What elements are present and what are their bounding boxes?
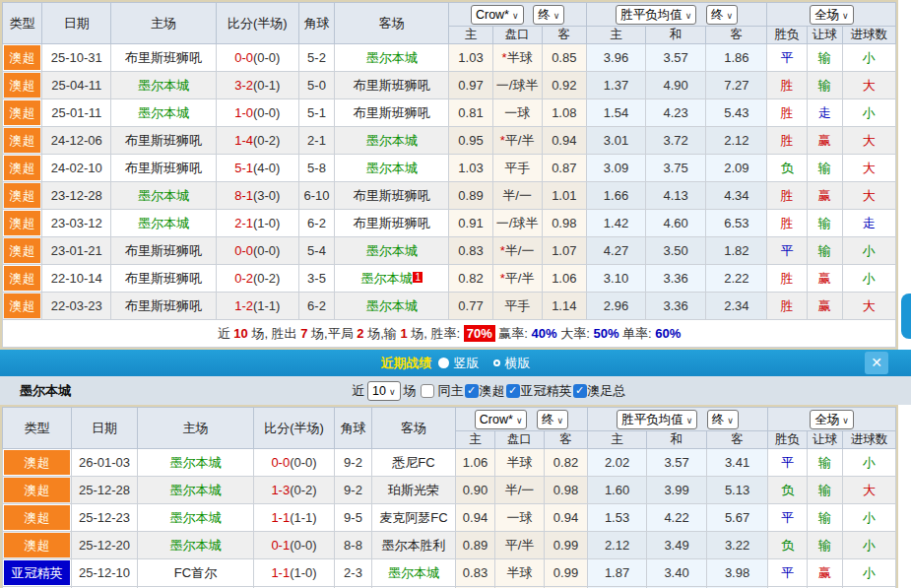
corner-cell: 5-0: [298, 72, 334, 99]
away-odds-cell: 0.94: [542, 127, 586, 155]
avg-home-cell: 2.96: [586, 293, 645, 320]
home-team-cell: 墨尔本城: [111, 210, 216, 237]
corner-cell: 9-5: [335, 504, 372, 532]
avg-away-cell: 3.98: [707, 559, 768, 587]
scope-dropdown[interactable]: 全场∨: [810, 410, 854, 429]
avg-away-cell: 3.41: [707, 449, 768, 477]
corner-cell: 9-2: [335, 449, 372, 477]
final-avg-dropdown[interactable]: 终∨: [706, 5, 738, 25]
away-odds-cell: 1.07: [542, 237, 586, 265]
company-dropdown[interactable]: Crow*∨: [471, 5, 524, 25]
score-cell: 1-1(1-0): [254, 559, 335, 587]
handicap-result-cell: 输: [808, 532, 843, 559]
date-cell: 25-10-31: [42, 44, 111, 72]
same-home-checkbox[interactable]: [421, 384, 434, 398]
away-odds-cell: 0.82: [545, 449, 588, 477]
league-cell: 澳超: [3, 127, 42, 155]
match-row: 澳超24-12-06布里斯班狮吼1-4(0-2)2-1墨尔本城0.95*平/半0…: [3, 127, 896, 155]
ou-result-cell: 小: [842, 44, 895, 72]
avg-draw-cell: 4.22: [647, 504, 707, 532]
avg-home-cell: 1.60: [588, 477, 647, 504]
home-team: 墨尔本城: [138, 105, 189, 120]
avg-draw-cell: 3.36: [646, 265, 706, 293]
handicap-cell: 平/半: [495, 532, 545, 559]
recent-table-header: 类型 日期 主场 比分(半场) 角球 客场 Crow*∨ 终∨ 胜平负均值∨ 终…: [3, 408, 896, 449]
league-cell: 澳超: [3, 477, 72, 504]
handicap-result: 输: [818, 161, 831, 175]
avg-away-cell: 2.34: [706, 293, 767, 320]
score-cell: 0-0(0-0): [254, 449, 335, 477]
halftime-score: (0-2): [253, 271, 280, 286]
chevron-down-icon: ∨: [842, 11, 849, 21]
final-odds-dropdown[interactable]: 终∨: [537, 410, 568, 429]
scrollbar-thumb[interactable]: [901, 294, 911, 339]
wdl-result-cell: 平: [768, 449, 808, 477]
vertical-layout-radio[interactable]: [438, 358, 449, 368]
away-odds-cell: 0.99: [545, 559, 588, 587]
away-team: 墨尔本城: [366, 243, 418, 258]
wdl-result: 胜: [781, 188, 794, 203]
league-cell: 澳超: [3, 237, 42, 265]
handicap-result-cell: 赢: [807, 182, 842, 210]
avg-draw-cell: 4.60: [646, 210, 706, 237]
handicap-value: 半/一: [505, 483, 535, 497]
company-dropdown[interactable]: Crow*∨: [475, 410, 528, 429]
avg-home-cell: 1.66: [586, 182, 645, 210]
recent-table-frame: 类型 日期 主场 比分(半场) 角球 客场 Crow*∨ 终∨ 胜平负均值∨ 终…: [0, 405, 898, 588]
date-cell: 24-02-10: [42, 155, 111, 182]
fulltime-score: 1-3: [271, 483, 290, 497]
ou-result-cell: 大: [842, 293, 895, 320]
match-row: 澳超22-03-23布里斯班狮吼1-2(1-1)6-2墨尔本城0.77平手1.1…: [3, 293, 896, 320]
halftime-score: (4-0): [253, 161, 280, 175]
recent-table: 类型 日期 主场 比分(半场) 角球 客场 Crow*∨ 终∨ 胜平负均值∨ 终…: [2, 407, 896, 588]
league-checkbox[interactable]: ✓: [573, 384, 587, 398]
corner-cell: 6-2: [298, 210, 334, 237]
match-count-dropdown[interactable]: 10∨: [367, 381, 401, 401]
away-team-cell: 墨尔本城: [335, 155, 449, 182]
home-team-cell: 墨尔本城: [111, 182, 216, 210]
corner-cell: 6-2: [298, 293, 334, 320]
handicap-cell: *半球: [492, 44, 542, 72]
horizontal-layout-radio[interactable]: [493, 359, 500, 366]
league-cell: 澳超: [3, 155, 42, 182]
h2h-table: 类型 日期 主场 比分(半场) 角球 客场 Crow*∨ 终∨ 胜平负均值∨ 终…: [2, 2, 896, 348]
score-cell: 3-2(0-1): [216, 72, 298, 99]
league-badge: 澳超: [4, 156, 40, 180]
scope-dropdown[interactable]: 全场∨: [810, 5, 854, 25]
final-odds-dropdown[interactable]: 终∨: [533, 5, 564, 25]
away-team-cell: 布里斯班狮吼: [335, 72, 449, 99]
home-team-cell: 墨尔本城: [138, 504, 254, 532]
avg-draw-cell: 3.57: [647, 449, 707, 477]
date-cell: 26-01-03: [72, 449, 138, 477]
avg-odds-dropdown[interactable]: 胜平负均值∨: [617, 410, 697, 429]
home-team: FC首尔: [174, 565, 217, 580]
home-team-cell: 布里斯班狮吼: [111, 293, 216, 320]
match-row: 澳超25-10-31布里斯班狮吼0-0(0-0)5-2墨尔本城1.03*半球0.…: [3, 44, 896, 72]
col-score: 比分(半场): [216, 3, 298, 44]
avg-odds-dropdown[interactable]: 胜平负均值∨: [616, 5, 696, 25]
handicap-value: 半球: [507, 565, 533, 580]
league-checkbox[interactable]: ✓: [465, 384, 479, 398]
ou-result-cell: 走: [842, 210, 895, 237]
fulltime-score: 3-2: [234, 78, 253, 93]
away-team-cell: 墨尔本城1: [335, 265, 449, 293]
league-checkbox[interactable]: ✓: [506, 384, 520, 398]
home-team: 布里斯班狮吼: [125, 161, 202, 175]
close-icon[interactable]: ✕: [865, 352, 888, 374]
away-odds-cell: 0.99: [545, 532, 588, 559]
handicap-result: 输: [818, 455, 831, 470]
fulltime-score: 0-1: [271, 538, 290, 553]
home-odds-cell: 1.03: [449, 155, 492, 182]
vertical-layout-label: 竖版: [454, 355, 480, 372]
handicap-result-cell: 赢: [808, 559, 843, 587]
ou-result-cell: 小: [842, 237, 895, 265]
handicap-value: 平/半: [505, 538, 535, 553]
col-type: 类型: [3, 3, 42, 44]
ou-result: 大: [863, 483, 876, 497]
fulltime-score: 1-0: [234, 105, 253, 120]
league-badge: 澳超: [4, 478, 70, 502]
wdl-result-cell: 平: [768, 504, 808, 532]
match-row: 澳超23-01-21布里斯班狮吼0-0(0-0)5-4墨尔本城0.83*半/一1…: [3, 237, 896, 265]
final-avg-dropdown[interactable]: 终∨: [707, 410, 739, 429]
away-team-cell: 墨尔本城: [372, 559, 456, 587]
